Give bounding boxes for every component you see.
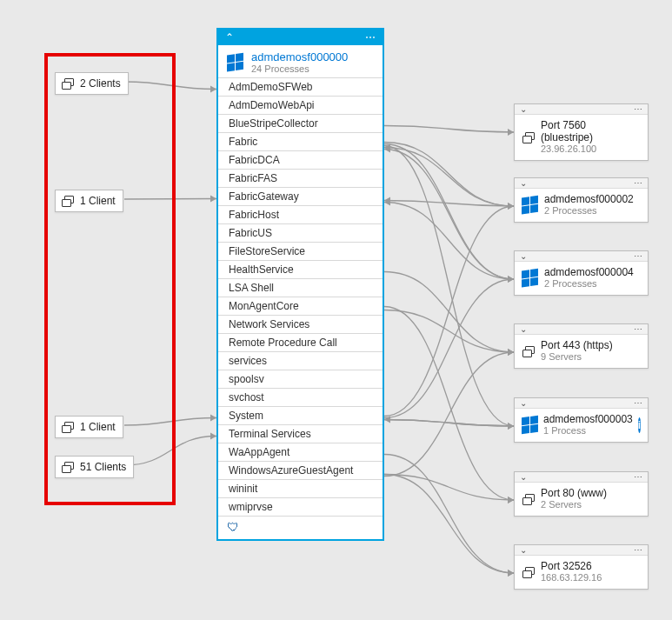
main-node-titlebar[interactable]: ⌃ ⋯ [218,30,383,45]
windows-icon [522,415,538,435]
process-item[interactable]: services [218,351,383,370]
dependency-node-0[interactable]: ⋯ Port 7560 (bluestripe) 23.96.26.100 [514,103,649,161]
main-node-header: admdemosf000000 24 Processes [218,45,383,77]
node-topbar[interactable]: ⋯ [515,545,648,556]
node-subtitle: 23.96.26.100 [541,143,641,155]
dependency-node-6[interactable]: ⋯ Port 32526 168.63.129.16 [514,544,649,590]
client-box-0[interactable]: 2 Clients [55,72,129,95]
main-node-title: admdemosf000000 [251,50,348,63]
chevron-down-icon[interactable] [520,472,527,482]
chevron-down-icon[interactable] [520,324,527,334]
process-item[interactable]: MonAgentCore [218,297,383,315]
servers-icon [522,130,536,144]
node-topbar[interactable]: ⋯ [515,104,648,115]
process-item[interactable]: FabricFAS [218,169,383,187]
process-item[interactable]: AdmDemoWebApi [218,96,383,114]
clients-icon [61,77,75,90]
client-box-1[interactable]: 1 Client [55,190,123,212]
process-item[interactable]: FileStoreService [218,242,383,260]
main-node[interactable]: ⌃ ⋯ admdemosf000000 24 Processes AdmDemo… [216,28,384,541]
node-subtitle: 2 Servers [541,499,607,510]
node-topbar[interactable]: ⋯ [515,472,648,483]
main-node-subtitle: 24 Processes [251,63,348,74]
node-title: admdemosf000002 [544,193,634,205]
process-item[interactable]: AdmDemoSFWeb [218,77,383,96]
node-subtitle: 168.63.129.16 [541,572,602,583]
process-item[interactable]: Terminal Services [218,424,383,443]
node-title: Port 32526 [541,560,602,572]
servers-icon [522,492,536,506]
process-item[interactable]: Remote Procedure Call [218,333,383,351]
ellipsis-icon[interactable]: ⋯ [634,251,642,261]
process-item[interactable]: Network Services [218,315,383,333]
chevron-down-icon[interactable] [520,104,527,114]
chevron-down-icon[interactable] [520,398,527,408]
node-body: Port 7560 (bluestripe) 23.96.26.100 [515,115,648,160]
process-item[interactable]: BlueStripeCollector [218,114,383,132]
clients-icon [61,460,75,474]
ellipsis-icon[interactable]: ⋯ [634,398,642,408]
process-item[interactable]: WaAppAgent [218,443,383,461]
node-subtitle: 2 Processes [544,205,634,217]
process-list: AdmDemoSFWebAdmDemoWebApiBlueStripeColle… [218,77,383,516]
client-label: 1 Client [80,421,116,433]
node-body: admdemosf000004 2 Processes [515,262,648,295]
process-item[interactable]: WindowsAzureGuestAgent [218,461,383,479]
chevron-down-icon[interactable] [520,251,527,261]
node-topbar[interactable]: ⋯ [515,178,648,189]
ellipsis-icon[interactable]: ⋯ [365,32,376,43]
process-item[interactable]: spoolsv [218,370,383,388]
servers-icon [522,565,536,579]
process-item[interactable]: FabricGateway [218,187,383,205]
node-subtitle: 9 Servers [541,351,613,363]
ellipsis-icon[interactable]: ⋯ [634,472,642,482]
node-title: admdemosf000004 [544,266,634,278]
client-box-2[interactable]: 1 Client [55,416,123,438]
dependency-node-1[interactable]: ⋯ admdemosf000002 2 Processes [514,177,649,223]
process-item[interactable]: FabricDCA [218,150,383,169]
node-title: Port 80 (www) [541,487,607,499]
node-body: admdemosf000003 1 Process i [515,409,648,442]
process-item[interactable]: wininit [218,479,383,497]
servers-icon [522,344,536,358]
node-body: Port 32526 168.63.129.16 [515,556,648,589]
node-body: Port 80 (www) 2 Servers [515,483,648,516]
ellipsis-icon[interactable]: ⋯ [634,178,642,188]
client-label: 2 Clients [80,77,121,90]
node-topbar[interactable]: ⋯ [515,324,648,335]
node-body: admdemosf000002 2 Processes [515,189,648,222]
node-body: Port 443 (https) 9 Servers [515,335,648,368]
process-item[interactable]: HealthService [218,260,383,278]
process-item[interactable]: wmiprvse [218,497,383,516]
shield-icon[interactable]: 🛡 [218,516,383,539]
windows-icon [522,195,539,215]
clients-icon [61,194,75,208]
process-item[interactable]: Fabric [218,132,383,150]
client-label: 51 Clients [80,461,126,473]
ellipsis-icon[interactable]: ⋯ [634,104,642,114]
process-item[interactable]: LSA Shell [218,278,383,297]
dependency-node-4[interactable]: ⋯ admdemosf000003 1 Process i [514,397,649,443]
node-title: admdemosf000003 [543,413,633,425]
node-topbar[interactable]: ⋯ [515,398,648,409]
clients-icon [61,420,75,434]
process-item[interactable]: System [218,406,383,424]
node-title: Port 443 (https) [541,339,613,351]
node-topbar[interactable]: ⋯ [515,251,648,262]
chevron-down-icon[interactable] [520,545,527,555]
process-item[interactable]: FabricUS [218,223,383,242]
process-item[interactable]: FabricHost [218,205,383,223]
info-icon[interactable]: i [638,417,641,433]
dependency-node-5[interactable]: ⋯ Port 80 (www) 2 Servers [514,471,649,517]
dependency-node-2[interactable]: ⋯ admdemosf000004 2 Processes [514,250,649,296]
process-item[interactable]: svchost [218,388,383,406]
dependency-node-3[interactable]: ⋯ Port 443 (https) 9 Servers [514,323,649,369]
client-box-3[interactable]: 51 Clients [55,456,134,478]
ellipsis-icon[interactable]: ⋯ [634,545,642,555]
collapse-icon[interactable]: ⌃ [225,32,234,43]
ellipsis-icon[interactable]: ⋯ [634,324,642,334]
windows-icon [522,268,539,288]
windows-icon [227,52,244,72]
node-subtitle: 2 Processes [544,278,634,290]
chevron-down-icon[interactable] [520,178,527,188]
